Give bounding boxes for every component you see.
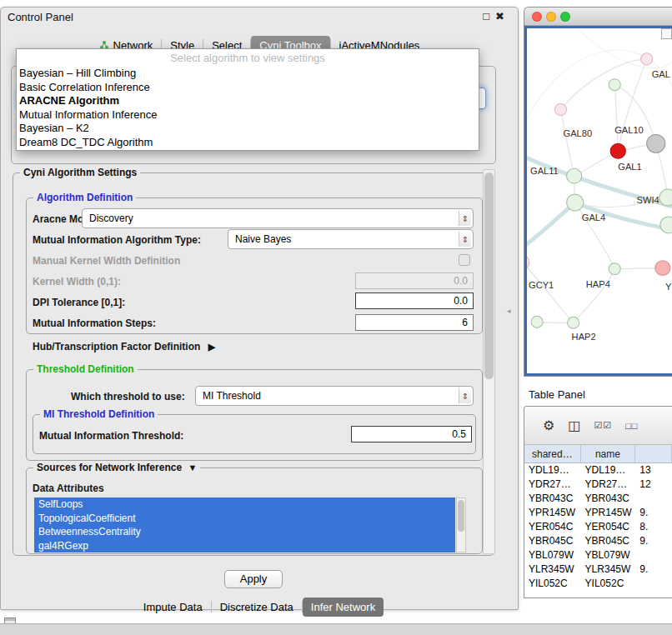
table-cell: YLR345W bbox=[524, 562, 581, 577]
network-node[interactable] bbox=[554, 104, 566, 116]
dropdown-item[interactable]: Bayesian – K2 bbox=[17, 122, 479, 136]
table-cell: YPR145W bbox=[581, 506, 636, 520]
attribute-list-item[interactable]: BetweennessCentrality bbox=[34, 525, 455, 539]
deselect-all-icon[interactable]: □□ bbox=[625, 421, 638, 431]
attribute-list-item[interactable]: SelfLoops bbox=[34, 498, 455, 512]
network-node[interactable] bbox=[609, 263, 620, 275]
table-cell: YER054C bbox=[524, 520, 581, 534]
which-threshold-label: Which threshold to use: bbox=[71, 391, 185, 402]
sources-group-title[interactable]: Sources for Network Inference ▼ bbox=[33, 462, 200, 473]
splitter-collapse-handle[interactable]: ◂ bbox=[507, 306, 515, 316]
network-node[interactable] bbox=[655, 261, 670, 276]
table-cell: YDR27… bbox=[524, 478, 581, 492]
dropdown-item[interactable]: Basic Correlation Inference bbox=[17, 81, 479, 95]
network-node-label: GCY1 bbox=[529, 281, 554, 291]
zoom-traffic-icon[interactable] bbox=[560, 12, 570, 22]
table-cell: YER054C bbox=[581, 520, 636, 534]
table-cell: YIL052C bbox=[581, 577, 636, 591]
gear-icon[interactable]: ⚙ bbox=[543, 418, 554, 433]
network-node-highlighted[interactable] bbox=[610, 143, 625, 158]
table-cell: YDL19… bbox=[581, 463, 636, 478]
dpi-tolerance-field[interactable] bbox=[355, 292, 474, 309]
network-view-window: GAL80 GAL10 GAL11 GAL1 SWI4 GAL4 GCY1 HA… bbox=[524, 7, 672, 377]
table-row[interactable]: YBR045C YBR045C 9. bbox=[524, 534, 672, 548]
settings-scrollbar bbox=[483, 169, 495, 554]
tab-label: Infer Network bbox=[311, 601, 375, 613]
close-icon[interactable]: ✖ bbox=[495, 10, 504, 22]
network-node[interactable] bbox=[568, 317, 579, 328]
chevron-updown-icon: ⇕ bbox=[459, 388, 471, 403]
table-row[interactable]: YER054C YER054C 8. bbox=[524, 520, 672, 534]
network-node[interactable] bbox=[531, 316, 543, 328]
column-header[interactable]: name bbox=[581, 445, 636, 462]
table-cell: 9. bbox=[635, 506, 672, 520]
table-cell bbox=[635, 577, 672, 591]
column-header[interactable]: shared… bbox=[524, 445, 581, 462]
table-row[interactable]: YBL079W YBL079W bbox=[524, 548, 672, 562]
float-window-icon[interactable]: □ bbox=[483, 10, 489, 22]
minimize-traffic-icon[interactable] bbox=[546, 12, 556, 22]
manual-kernel-checkbox[interactable] bbox=[459, 254, 470, 266]
table-panel-title: Table Panel bbox=[529, 388, 585, 401]
attribute-list-item[interactable]: gal4RGexp bbox=[34, 539, 455, 553]
network-node-label: GAL80 bbox=[564, 128, 593, 138]
dropdown-item-selected[interactable]: ARACNE Algorithm bbox=[17, 94, 479, 108]
dropdown-item[interactable]: Mutual Information Inference bbox=[17, 108, 479, 122]
network-node[interactable] bbox=[660, 217, 672, 233]
scrollbar-thumb[interactable] bbox=[458, 500, 464, 532]
table-cell: 9. bbox=[635, 562, 672, 577]
table-cell: YBR045C bbox=[524, 534, 581, 548]
tab-discretize-data[interactable]: Discretize Data bbox=[212, 598, 302, 617]
table-row[interactable]: YDR27… YDR27… 12 bbox=[524, 478, 672, 492]
mi-threshold-field[interactable] bbox=[351, 426, 472, 442]
table-cell: YBR043C bbox=[524, 492, 581, 506]
combo-value: Naive Bayes bbox=[235, 233, 291, 245]
data-attributes-label: Data Attributes bbox=[33, 482, 104, 494]
network-node[interactable] bbox=[567, 194, 584, 211]
dropdown-item[interactable]: Bayesian – Hill Climbing bbox=[17, 67, 479, 81]
window-title: Control Panel bbox=[8, 11, 73, 23]
dpi-tolerance-label: DPI Tolerance [0,1]: bbox=[33, 297, 125, 308]
attribute-list-item[interactable]: TopologicalCoefficient bbox=[34, 512, 455, 526]
network-node[interactable] bbox=[567, 168, 582, 183]
table-row[interactable]: YBR043C YBR043C bbox=[524, 492, 672, 506]
table-row[interactable]: YPR145W YPR145W 9. bbox=[524, 506, 672, 520]
kernel-width-field[interactable] bbox=[355, 272, 474, 289]
network-node[interactable] bbox=[647, 134, 665, 152]
columns-icon[interactable]: ◫ bbox=[568, 418, 580, 433]
tab-impute-data[interactable]: Impute Data bbox=[135, 598, 211, 617]
scrollbar-thumb[interactable] bbox=[484, 172, 494, 379]
column-header[interactable] bbox=[635, 445, 672, 462]
table-row[interactable]: YIL052C YIL052C bbox=[524, 577, 672, 591]
table-row[interactable]: YDL19… YDL19… 13 bbox=[524, 463, 672, 478]
apply-button[interactable]: Apply bbox=[224, 570, 283, 588]
table-row[interactable]: YLR345W YLR345W 9. bbox=[524, 562, 672, 577]
table-cell: YPR145W bbox=[524, 506, 581, 520]
which-threshold-combobox[interactable]: MI Threshold ⇕ bbox=[195, 386, 474, 406]
close-traffic-icon[interactable] bbox=[532, 12, 542, 22]
network-node[interactable] bbox=[641, 53, 653, 65]
view-corner-box bbox=[661, 28, 672, 39]
network-node-label: SWI4 bbox=[637, 195, 659, 205]
mi-type-combobox[interactable]: Naive Bayes ⇕ bbox=[228, 229, 474, 249]
network-node-label: GAL10 bbox=[614, 125, 644, 135]
select-all-icon[interactable]: ☑☑ bbox=[594, 420, 612, 431]
network-canvas[interactable]: GAL80 GAL10 GAL11 GAL1 SWI4 GAL4 GCY1 HA… bbox=[524, 26, 672, 376]
network-node[interactable] bbox=[609, 79, 620, 91]
group-title: Threshold Definition bbox=[33, 363, 138, 375]
group-title: Cyni Algorithm Settings bbox=[20, 167, 140, 178]
control-panel-window: Control Panel □ ✖ Network Style Select C… bbox=[0, 7, 519, 610]
network-node[interactable] bbox=[659, 189, 672, 206]
network-node[interactable] bbox=[527, 256, 529, 269]
mi-steps-field[interactable] bbox=[355, 314, 474, 331]
mi-type-label: Mutual Information Algorithm Type: bbox=[33, 234, 201, 246]
network-node-label: Y bbox=[665, 282, 672, 292]
aracne-mode-combobox[interactable]: Discovery ⇕ bbox=[82, 208, 474, 228]
dropdown-item[interactable]: Dream8 DC_TDC Algorithm bbox=[17, 136, 479, 150]
manual-kernel-label: Manual Kernel Width Definition bbox=[33, 255, 180, 267]
tab-infer-network[interactable]: Infer Network bbox=[303, 598, 384, 617]
hub-definition-toggle[interactable]: Hub/Transcription Factor Definition ▶ bbox=[33, 341, 215, 352]
tab-label: Impute Data bbox=[143, 601, 203, 613]
network-background-arcs bbox=[527, 28, 672, 136]
mi-threshold-label: Mutual Information Threshold: bbox=[39, 430, 183, 442]
